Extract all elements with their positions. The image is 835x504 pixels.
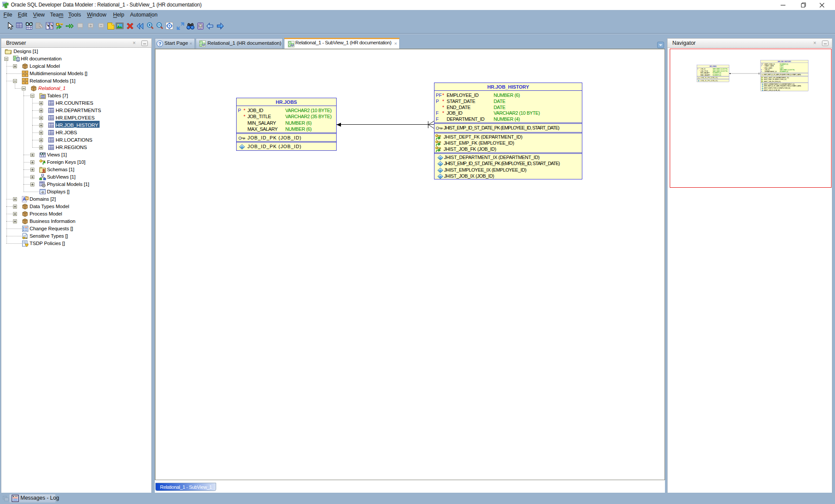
svg-text:9: 9 bbox=[26, 197, 28, 200]
svg-text:A: A bbox=[23, 197, 26, 202]
svg-text:?: ? bbox=[158, 41, 161, 46]
